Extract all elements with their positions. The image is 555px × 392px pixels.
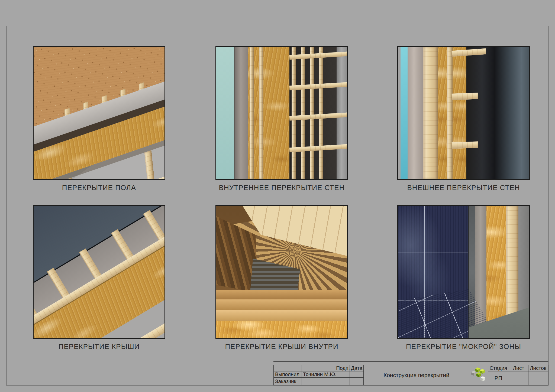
floor-layer-stack: [33, 46, 165, 180]
caption-inner-wall: ВНУТРЕННЕЕ ПЕРЕКРЫТИЕ СТЕН: [215, 184, 348, 192]
gypsum-panel: [235, 47, 248, 179]
sheet-value-cell: [509, 371, 528, 385]
caption-outer-wall: ВНЕШНЕЕ ПЕРЕКРЫТИЕ СТЕН: [397, 184, 530, 192]
signature-column-header: Подп.: [336, 365, 350, 371]
executed-value: Точилин М.Ю.: [302, 371, 336, 378]
log-beam: [216, 290, 347, 299]
insulation: [438, 47, 447, 179]
empty-cell: [302, 365, 336, 371]
stud: [310, 47, 314, 179]
stage-value: РП: [488, 371, 509, 385]
executed-label: Выполнил: [274, 371, 302, 378]
insulation: [248, 47, 290, 179]
log-beam: [216, 299, 347, 310]
title-block: Подп. Дата Конструкция перекрытий: [273, 365, 548, 386]
insulation: [453, 47, 466, 179]
sheet-column-header: Лист: [509, 365, 528, 371]
bottom-chord: [156, 150, 165, 180]
project-title: Конструкция перекрытий: [364, 365, 469, 385]
stud: [447, 47, 453, 179]
outer-wall-render: [397, 46, 530, 180]
white-cube: [480, 376, 485, 381]
teal-panel: [216, 47, 235, 179]
stud: [250, 47, 253, 179]
insulation: [216, 321, 347, 338]
dark-facade-panel: [466, 47, 529, 179]
floor-construction-render: [33, 46, 165, 180]
empty-cell: [350, 371, 364, 378]
sheets-value-cell: [528, 371, 548, 385]
customer-label: Заказчик: [274, 378, 302, 385]
wet-zone-render: [397, 205, 530, 339]
stage-column-header: Стадия: [488, 365, 509, 371]
joist: [144, 150, 159, 180]
batten: [452, 142, 478, 149]
sheets-column-header: Листов: [528, 365, 548, 371]
drawing-sheet: ПЕРЕКРЫТИЕ ПОЛА ВНУТРЕННЕЕ ПЕРЕКРЫТИЕ СТ…: [0, 0, 555, 392]
stud: [259, 47, 263, 179]
logo-cell: [469, 365, 488, 385]
roof-interior-render: [215, 205, 348, 339]
green-cubes-logo: [471, 367, 486, 384]
plaster-panel: [408, 47, 423, 179]
caption-roof-interior: ПЕРЕКРЫТИЕ КРЫШИ ВНУТРИ: [215, 342, 348, 351]
cyan-panel: [401, 47, 408, 179]
stud: [423, 47, 438, 179]
stud: [292, 47, 296, 179]
date-column-header: Дата: [350, 365, 364, 371]
inner-wall-render: [215, 46, 348, 180]
empty-cell: [274, 365, 302, 371]
stud: [301, 47, 305, 179]
stud: [319, 47, 323, 179]
empty-cell: [302, 378, 336, 385]
empty-cell: [350, 378, 364, 385]
title-block-top-line: [273, 361, 548, 362]
log-beam: [216, 310, 347, 321]
empty-cell: [336, 371, 350, 378]
empty-cell: [336, 378, 350, 385]
roof-layer-stack: [33, 205, 165, 339]
batten: [452, 93, 478, 100]
caption-floor: ПЕРЕКРЫТИЕ ПОЛА: [33, 184, 165, 192]
caption-roof: ПЕРЕКРЫТИЕ КРЫШИ: [33, 342, 165, 351]
background-strip: [398, 47, 401, 179]
caption-wet-zone: ПЕРЕКРЫТИЕ "МОКРОЙ" ЗОНЫ: [397, 342, 530, 351]
roof-construction-render: [33, 205, 165, 339]
